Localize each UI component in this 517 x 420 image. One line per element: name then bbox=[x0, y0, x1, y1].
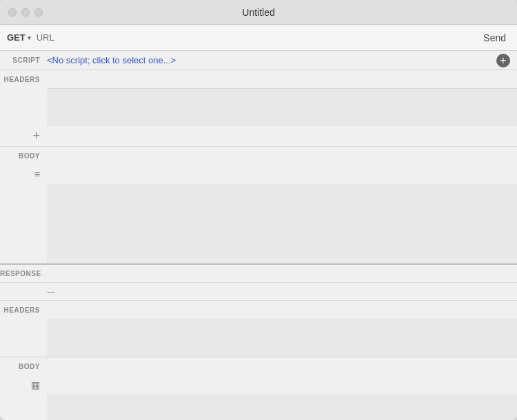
title-bar: Untitled bbox=[0, 0, 517, 25]
script-add-button[interactable]: + bbox=[496, 54, 510, 67]
response-body-content bbox=[47, 395, 517, 420]
request-body-content bbox=[47, 184, 517, 263]
url-bar: GET ▾ Send bbox=[0, 25, 517, 51]
request-body-label: BODY bbox=[0, 152, 47, 160]
request-headers-add-row: + bbox=[0, 126, 517, 146]
send-button[interactable]: Send bbox=[479, 31, 510, 45]
request-body-label-row: BODY bbox=[0, 147, 517, 165]
response-body-label: BODY bbox=[0, 363, 47, 370]
request-headers-label: HEADERS bbox=[0, 76, 47, 83]
response-headers-label: HEADERS bbox=[0, 306, 47, 314]
request-headers-section: HEADERS + bbox=[0, 70, 517, 147]
response-status-row: — bbox=[0, 283, 517, 301]
response-headers-label-row: HEADERS bbox=[0, 301, 517, 319]
traffic-lights bbox=[8, 8, 43, 17]
script-row: SCRIPT <No script; click to select one..… bbox=[0, 51, 517, 70]
close-button[interactable] bbox=[8, 8, 17, 17]
request-section: SCRIPT <No script; click to select one..… bbox=[0, 51, 517, 264]
request-headers-label-row: HEADERS bbox=[0, 70, 517, 88]
request-body-icon-row: ≡ bbox=[0, 165, 517, 184]
script-add-icon: + bbox=[500, 55, 506, 66]
response-label: RESPONSE bbox=[0, 270, 47, 277]
request-body-format-icon[interactable]: ≡ bbox=[0, 169, 47, 180]
response-body-format-icon[interactable]: ▦ bbox=[0, 379, 47, 390]
response-section: RESPONSE — HEADERS BODY ▦ bbox=[0, 265, 517, 420]
method-selector[interactable]: GET ▾ bbox=[7, 32, 31, 43]
main-content: SCRIPT <No script; click to select one..… bbox=[0, 51, 517, 420]
method-label: GET bbox=[7, 32, 26, 43]
method-chevron: ▾ bbox=[28, 34, 31, 41]
response-body-icon-row: ▦ bbox=[0, 375, 517, 395]
maximize-button[interactable] bbox=[34, 8, 43, 17]
request-headers-content bbox=[47, 88, 517, 126]
response-headers-section: HEADERS bbox=[0, 301, 517, 357]
response-body-label-row: BODY bbox=[0, 357, 517, 375]
url-input[interactable] bbox=[37, 32, 480, 43]
request-headers-add-icon[interactable]: + bbox=[0, 129, 47, 143]
app-window: Untitled GET ▾ Send SCRIPT <No script; c… bbox=[0, 0, 517, 420]
response-status-value: — bbox=[47, 284, 55, 300]
response-label-row: RESPONSE bbox=[0, 265, 517, 283]
window-title: Untitled bbox=[242, 7, 274, 18]
response-headers-content bbox=[47, 319, 517, 357]
script-label: SCRIPT bbox=[0, 56, 47, 64]
response-body-section: BODY ▦ bbox=[0, 357, 517, 420]
script-selector[interactable]: <No script; click to select one...> bbox=[47, 51, 496, 70]
request-body-section: BODY ≡ bbox=[0, 147, 517, 264]
minimize-button[interactable] bbox=[21, 8, 30, 17]
